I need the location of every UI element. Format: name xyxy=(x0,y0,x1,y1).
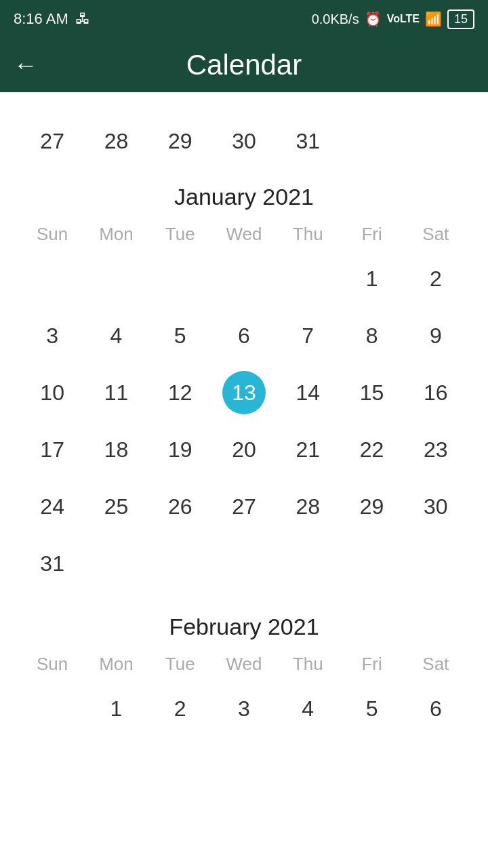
day-24[interactable]: 24 xyxy=(20,479,84,534)
feb-day-5[interactable]: 5 xyxy=(340,682,403,736)
feb-weekday-sat: Sat xyxy=(404,654,468,675)
weekday-fri: Fri xyxy=(340,224,403,245)
week-row: 31 xyxy=(20,536,468,591)
day-empty xyxy=(148,536,212,591)
status-time: 8:16 AM xyxy=(14,10,68,28)
back-button[interactable]: ← xyxy=(14,51,38,79)
february-section: February 2021 Sun Mon Tue Wed Thu Fri Sa… xyxy=(20,614,468,738)
day-7[interactable]: 7 xyxy=(276,309,340,363)
day-17[interactable]: 17 xyxy=(20,422,84,477)
february-days: 123456 xyxy=(20,682,468,738)
day-empty xyxy=(276,252,340,306)
day-30[interactable]: 30 xyxy=(404,479,468,534)
day-15[interactable]: 15 xyxy=(340,366,403,420)
day-empty xyxy=(340,536,403,591)
battery-indicator: 15 xyxy=(447,9,474,29)
feb-day-3[interactable]: 3 xyxy=(212,682,276,736)
app-header: ← Calendar xyxy=(0,38,488,92)
day-30[interactable]: 30 xyxy=(212,119,276,163)
week-row: 24252627282930 xyxy=(20,479,468,534)
weekday-wed: Wed xyxy=(212,224,276,245)
feb-weekday-mon: Mon xyxy=(84,654,148,675)
alarm-icon: ⏰ xyxy=(365,11,382,27)
prev-month-tail xyxy=(20,92,468,113)
day-empty xyxy=(404,536,468,591)
day-21[interactable]: 21 xyxy=(276,422,340,477)
network-speed: 0.0KB/s xyxy=(312,12,359,27)
february-title: February 2021 xyxy=(20,614,468,640)
feb-weekday-tue: Tue xyxy=(148,654,212,675)
page-title: Calendar xyxy=(52,49,436,81)
feb-day-1[interactable]: 1 xyxy=(84,682,148,736)
feb-day-2[interactable]: 2 xyxy=(148,682,212,736)
day-2[interactable]: 2 xyxy=(404,252,468,306)
week-row: 17181920212223 xyxy=(20,422,468,477)
day-31[interactable]: 31 xyxy=(276,119,340,163)
day-22[interactable]: 22 xyxy=(340,422,403,477)
day-empty xyxy=(276,536,340,591)
february-weekdays: Sun Mon Tue Wed Thu Fri Sat xyxy=(20,654,468,675)
feb-weekday-thu: Thu xyxy=(276,654,340,675)
day-20[interactable]: 20 xyxy=(212,422,276,477)
weekday-sat: Sat xyxy=(404,224,468,245)
day-29[interactable]: 29 xyxy=(148,119,212,163)
prev-month-row: 27 28 29 30 31 xyxy=(20,113,468,163)
day-11[interactable]: 11 xyxy=(84,366,148,420)
status-bar: 8:16 AM 🖧 0.0KB/s ⏰ VoLTE 📶 15 xyxy=(0,0,488,38)
day-empty xyxy=(212,252,276,306)
day-14[interactable]: 14 xyxy=(276,366,340,420)
weekday-thu: Thu xyxy=(276,224,340,245)
week-row: 3456789 xyxy=(20,309,468,363)
calendar-container: 27 28 29 30 31 January 2021 Sun Mon Tue … xyxy=(0,92,488,738)
sim-icon: 🖧 xyxy=(75,10,90,28)
day-empty xyxy=(84,536,148,591)
day-empty xyxy=(20,682,84,736)
feb-weekday-sun: Sun xyxy=(20,654,84,675)
january-weekdays: Sun Mon Tue Wed Thu Fri Sat xyxy=(20,224,468,245)
feb-day-6[interactable]: 6 xyxy=(404,682,468,736)
day-23[interactable]: 23 xyxy=(404,422,468,477)
day-3[interactable]: 3 xyxy=(20,309,84,363)
day-25[interactable]: 25 xyxy=(84,479,148,534)
january-title: January 2021 xyxy=(20,184,468,210)
status-left: 8:16 AM 🖧 xyxy=(14,10,90,28)
day-16[interactable]: 16 xyxy=(404,366,468,420)
day-1[interactable]: 1 xyxy=(340,252,403,306)
day-empty xyxy=(84,252,148,306)
day-13[interactable]: 13 xyxy=(212,366,276,420)
day-10[interactable]: 10 xyxy=(20,366,84,420)
january-days: 1234567891011121314151617181920212223242… xyxy=(20,252,468,593)
day-29[interactable]: 29 xyxy=(340,479,403,534)
feb-day-4[interactable]: 4 xyxy=(276,682,340,736)
weekday-tue: Tue xyxy=(148,224,212,245)
day-9[interactable]: 9 xyxy=(404,309,468,363)
day-empty xyxy=(148,252,212,306)
day-8[interactable]: 8 xyxy=(340,309,403,363)
day-4[interactable]: 4 xyxy=(84,309,148,363)
january-section: January 2021 Sun Mon Tue Wed Thu Fri Sat… xyxy=(20,184,468,593)
feb-weekday-wed: Wed xyxy=(212,654,276,675)
day-27[interactable]: 27 xyxy=(212,479,276,534)
weekday-sun: Sun xyxy=(20,224,84,245)
feb-weekday-fri: Fri xyxy=(340,654,403,675)
day-27[interactable]: 27 xyxy=(20,119,84,163)
lte-icon: VoLTE xyxy=(387,13,420,25)
weekday-mon: Mon xyxy=(84,224,148,245)
day-28[interactable]: 28 xyxy=(276,479,340,534)
status-right: 0.0KB/s ⏰ VoLTE 📶 15 xyxy=(312,9,474,29)
day-26[interactable]: 26 xyxy=(148,479,212,534)
day-6[interactable]: 6 xyxy=(212,309,276,363)
day-12[interactable]: 12 xyxy=(148,366,212,420)
week-row: 123456 xyxy=(20,682,468,736)
day-28[interactable]: 28 xyxy=(84,119,148,163)
week-row: 10111213141516 xyxy=(20,366,468,420)
signal-icon: 📶 xyxy=(425,11,442,27)
day-5[interactable]: 5 xyxy=(148,309,212,363)
day-18[interactable]: 18 xyxy=(84,422,148,477)
day-31[interactable]: 31 xyxy=(20,536,84,591)
day-empty xyxy=(212,536,276,591)
day-empty xyxy=(20,252,84,306)
week-row: 12 xyxy=(20,252,468,306)
day-19[interactable]: 19 xyxy=(148,422,212,477)
